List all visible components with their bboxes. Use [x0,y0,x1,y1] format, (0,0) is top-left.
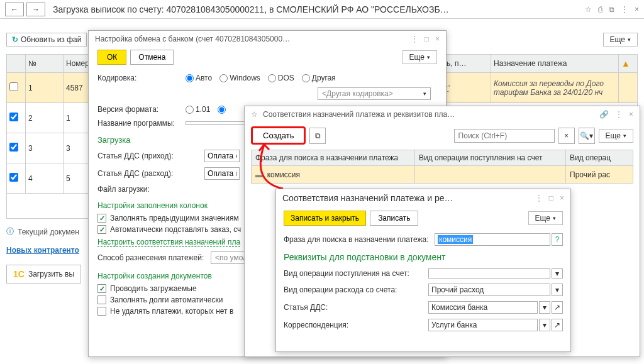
dds-in-label: Статья ДДС (приход): [97,152,204,160]
op-out-label: Вид операции расхода со счета: [284,285,428,294]
dropdown-button[interactable]: ▾ [539,301,550,314]
dropdown-button[interactable]: ▾ [552,284,563,296]
encoding-label: Кодировка: [97,74,186,82]
row-checkbox[interactable] [9,82,18,91]
dds-out-input[interactable] [204,167,240,180]
search-input[interactable] [454,129,555,143]
close-icon[interactable]: × [560,194,564,202]
dialog-title: Соответствия назначений платежа и ре… [282,193,530,203]
row-checkbox[interactable] [9,173,18,182]
copy-icon[interactable]: ⧉ [609,5,614,14]
page-title: Загрузка выписок по счету: 4070281084305… [48,4,585,14]
cancel-button[interactable]: Отмена [130,50,174,65]
prog-label: Название программы: [97,119,186,128]
other-encoding-select[interactable]: <Другая кодировка>▾ [318,87,431,100]
enc-auto-radio[interactable]: Авто [186,74,212,82]
op-in-label: Вид операции поступления на счет: [284,269,428,278]
kebab-icon[interactable]: ⋮ [535,194,543,202]
search-button[interactable]: 🔍▾ [579,128,595,144]
match-edit-dialog: Соответствия назначений платежа и ре… ⋮ … [275,189,571,352]
refresh-icon: ↻ [12,35,18,44]
copy-button[interactable]: ⧉ [309,128,326,144]
search-clear-button[interactable]: × [558,128,575,144]
dialog-title: Настройка обмена с банком (счет 40702810… [95,35,406,43]
table-row[interactable]: ▬ комиссия Прочий рас [252,166,633,184]
kebab-icon[interactable]: ⋮ [411,35,418,43]
load-button[interactable]: 1C Загрузить вы [6,265,81,284]
col-phrase[interactable]: Фраза для поиска в назначении платежа [252,150,415,166]
pin-icon[interactable]: ☆ [585,5,592,14]
dds-out-label: Статья ДДС (расход): [97,169,204,178]
maximize-icon[interactable]: □ [549,194,553,202]
split-label: Способ разнесения платежей: [97,253,211,262]
more-button[interactable]: Еще▾ [603,33,638,47]
link-icon[interactable]: 🔗 [599,110,609,119]
kebab-icon[interactable]: ⋮ [615,110,623,119]
ok-button[interactable]: ОК [97,50,126,65]
dropdown-button[interactable]: ▾ [539,319,550,331]
col-op-in[interactable]: Вид операции поступления на счет [415,150,566,166]
col-op-out[interactable]: Вид операц [566,150,633,166]
close-icon[interactable]: × [629,110,633,119]
corr-label: Корреспонденция: [284,321,428,329]
sub-heading: Реквизиты для подстановки в документ [284,252,563,262]
more-button[interactable]: Еще▾ [599,129,633,143]
chevron-down-icon: ▾ [628,36,631,43]
enc-other-radio[interactable]: Другая [302,74,336,82]
more-button[interactable]: Еще▾ [402,50,437,64]
dds-select[interactable]: Комиссия банка [428,301,538,314]
enc-win-radio[interactable]: Windows [219,74,260,82]
close-icon[interactable]: × [435,35,440,43]
maximize-icon[interactable]: □ [425,35,429,43]
current-doc-label: Текущий докумен [18,228,79,236]
version-label: Версия формата: [97,105,186,114]
help-button[interactable]: ? [552,233,563,246]
refresh-button[interactable]: ↻ Обновить из фай [6,33,87,47]
one-c-icon: 1C [13,269,25,279]
nav-forward-button[interactable]: → [26,3,45,16]
print-icon[interactable]: ⎙ [598,5,602,14]
ver-101-radio[interactable]: 1.01 [186,105,210,114]
dialog-title: Соответствия назначений платежа и реквиз… [263,110,594,119]
match-link[interactable]: Настроить соответствия назначений пла [97,238,240,247]
ver-other-radio[interactable] [218,106,226,114]
info-icon: ⓘ [6,226,14,237]
warning-icon: ▲ [621,58,630,69]
kebab-icon[interactable]: ⋮ [621,5,628,14]
save-close-button[interactable]: Записать и закрыть [284,211,366,226]
op-in-select[interactable] [428,268,550,279]
nav-back-button[interactable]: ← [5,3,24,16]
open-button[interactable]: ↗ [552,319,563,331]
new-counterparties-link[interactable]: Новых контрагенто [6,246,79,255]
op-out-select[interactable]: Прочий расход [428,284,550,296]
file-label: Файл загрузки: [97,185,204,194]
phrase-input[interactable]: комиссия [435,233,550,246]
col-purpose[interactable]: Назначение платежа [491,55,619,73]
star-icon[interactable]: ☆ [251,110,258,119]
matches-table: Фраза для поиска в назначении платежа Ви… [251,150,633,184]
enc-dos-radio[interactable]: DOS [268,74,294,82]
dds-in-input[interactable] [204,150,240,162]
refresh-label: Обновить из фай [21,35,81,44]
phrase-label: Фраза для поиска в назначении платежа: [284,235,435,244]
create-button[interactable]: Создать [251,126,306,145]
col-num[interactable]: № [26,55,64,73]
close-icon[interactable]: × [635,5,639,14]
dds-label: Статья ДДС: [284,303,428,312]
corr-select[interactable]: Услуги банка [428,319,538,331]
more-button[interactable]: Еще▾ [528,211,563,225]
dropdown-button[interactable]: ▾ [552,268,563,279]
row-checkbox[interactable] [9,113,18,121]
row-checkbox[interactable] [9,143,18,152]
save-button[interactable]: Записать [370,211,418,226]
open-button[interactable]: ↗ [552,301,563,314]
